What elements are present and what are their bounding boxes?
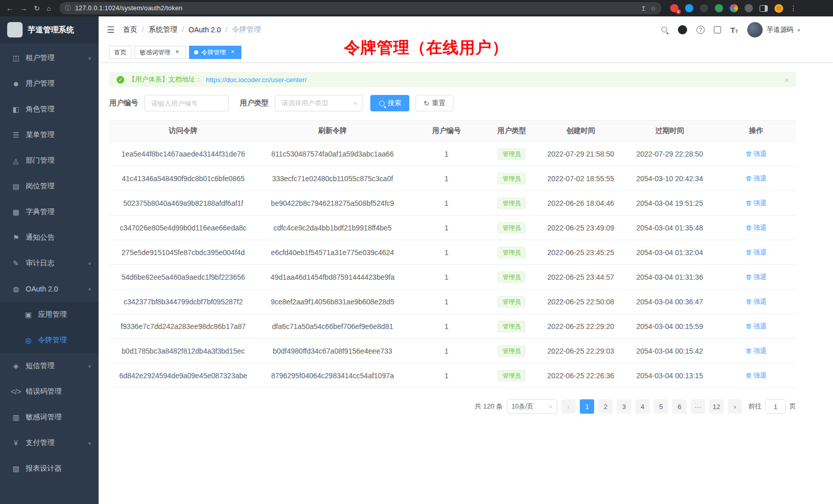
share-icon[interactable]: ↥ xyxy=(640,5,646,12)
extension-icon-green[interactable] xyxy=(715,4,723,12)
force-logout-button[interactable]: 强退 xyxy=(746,223,767,232)
page-size-select[interactable]: 10条/页 ∨ xyxy=(507,399,557,414)
page-button[interactable]: 12 xyxy=(709,399,724,414)
goto-page-input[interactable] xyxy=(765,399,786,414)
user-id-input[interactable] xyxy=(144,95,229,111)
app-logo[interactable]: 芋道管理系统 xyxy=(0,16,99,43)
sidebar-item[interactable]: ◍ OAuth 2.0 ∧ xyxy=(0,276,99,302)
user-menu[interactable]: 芋道源码 ▾ xyxy=(747,22,800,37)
search-button[interactable]: 搜索 xyxy=(370,95,409,111)
sidebar-item[interactable]: ◫ 租户管理 ∨ xyxy=(0,45,99,71)
force-logout-button[interactable]: 强退 xyxy=(746,371,767,380)
home-icon[interactable]: ⌂ xyxy=(47,5,51,12)
delete-icon xyxy=(746,274,752,280)
browser-profile-avatar[interactable]: ☺ xyxy=(774,4,783,13)
help-icon[interactable]: ? xyxy=(696,26,705,34)
sidebar-item[interactable]: ▤ 岗位管理 xyxy=(0,173,99,199)
user-type-cell: 管理员 xyxy=(485,289,538,314)
site-info-icon[interactable]: ⓘ xyxy=(65,4,71,13)
dept-icon: ◬ xyxy=(10,157,22,165)
sidebar-item[interactable]: ✎ 审计日志 ∨ xyxy=(0,250,99,276)
breadcrumb-system[interactable]: 系统管理 xyxy=(148,25,177,34)
prev-page-button[interactable]: ‹ xyxy=(561,399,576,414)
hamburger-icon[interactable]: ☰ xyxy=(107,25,115,35)
tab-close-icon[interactable]: × xyxy=(174,49,181,56)
reset-button[interactable]: ↻ 重置 xyxy=(415,95,453,111)
side-panel-icon[interactable] xyxy=(760,5,768,12)
page-button[interactable]: 2 xyxy=(598,399,613,414)
tab-close-icon[interactable]: × xyxy=(229,49,236,56)
sidebar-item[interactable]: ☻ 用户管理 xyxy=(0,71,99,96)
fullscreen-icon[interactable] xyxy=(714,26,721,33)
user-type-tag: 管理员 xyxy=(498,148,525,160)
page-button[interactable]: 1 xyxy=(580,399,594,414)
delete-icon xyxy=(746,225,752,231)
forward-icon[interactable]: → xyxy=(20,5,27,12)
address-bar[interactable]: ⓘ 127.0.0.1:1024/system/oauth2/token ↥ ☆ xyxy=(60,2,661,14)
access-token-cell: 54d6be82ee5a460a9aedc1f9bf223656 xyxy=(109,265,257,289)
force-logout-button[interactable]: 强退 xyxy=(746,273,767,282)
expire-time-cell: 2022-07-29 22:28:50 xyxy=(623,142,716,166)
tab-bar: 首页 × 敏感词管理 × 令牌管理 × xyxy=(99,43,833,63)
action-cell: 强退 xyxy=(716,240,796,265)
extension-icon-black[interactable] xyxy=(700,4,708,12)
page-button[interactable]: 3 xyxy=(617,399,631,414)
force-logout-button[interactable]: 强退 xyxy=(746,346,767,356)
doc-link[interactable]: https://doc.iocoder.cn/user-center/ xyxy=(206,76,307,84)
tab[interactable]: 敏感词管理 × xyxy=(135,46,186,59)
back-icon[interactable]: ← xyxy=(6,5,13,12)
sidebar-item[interactable]: ◬ 部门管理 xyxy=(0,148,99,173)
created-time-cell: 2022-07-02 18:55:55 xyxy=(539,166,623,191)
page-button[interactable]: 6 xyxy=(672,399,687,414)
role-icon: ◧ xyxy=(10,105,22,113)
user-id-cell: 1 xyxy=(408,216,485,240)
next-page-button[interactable]: › xyxy=(728,399,742,414)
extension-icon-gray[interactable] xyxy=(745,4,753,12)
bookmark-star-icon[interactable]: ☆ xyxy=(650,5,656,12)
action-cell: 强退 xyxy=(716,363,796,388)
search-icon[interactable] xyxy=(661,26,669,34)
user-type-tag: 管理员 xyxy=(498,272,525,283)
sidebar-item[interactable]: ▣ 应用管理 xyxy=(0,302,99,327)
extension-icon-colorful[interactable] xyxy=(730,4,738,12)
tab[interactable]: 令牌管理 × xyxy=(189,46,241,59)
breadcrumb-home[interactable]: 首页 xyxy=(123,25,137,34)
font-size-icon[interactable]: T xyxy=(730,26,738,34)
extension-icon-blue[interactable] xyxy=(685,4,693,12)
sidebar-item[interactable]: ⚑ 通知公告 xyxy=(0,225,99,250)
force-logout-button[interactable]: 强退 xyxy=(746,248,767,257)
github-icon[interactable] xyxy=(678,25,687,34)
refresh-icon[interactable]: ↻ xyxy=(34,5,40,12)
sidebar-item[interactable]: ◎ 令牌管理 xyxy=(0,327,99,353)
force-logout-button[interactable]: 强退 xyxy=(746,322,767,331)
page-button[interactable]: 4 xyxy=(635,399,650,414)
force-logout-button[interactable]: 强退 xyxy=(746,297,767,306)
sidebar-item[interactable]: ▧ 报表设计器 xyxy=(0,456,99,481)
sidebar-item[interactable]: ▥ 敏感词管理 xyxy=(0,404,99,430)
sidebar-item[interactable]: ◧ 角色管理 xyxy=(0,96,99,122)
force-logout-button[interactable]: 强退 xyxy=(746,199,767,208)
extension-icon-red[interactable]: 8 xyxy=(670,4,678,12)
breadcrumb-oauth[interactable]: OAuth 2.0 xyxy=(188,26,221,34)
sidebar-item[interactable]: ¥ 支付管理 ∨ xyxy=(0,430,99,456)
user-type-select[interactable]: 请选择用户类型 ∨ xyxy=(275,95,363,111)
alert-close-icon[interactable]: × xyxy=(784,75,789,84)
force-logout-button[interactable]: 强退 xyxy=(746,174,767,183)
browser-menu-icon[interactable]: ⋮ xyxy=(790,5,797,12)
force-logout-label: 强退 xyxy=(753,371,767,380)
column-header: 刷新令牌 xyxy=(257,121,408,142)
page-button[interactable]: ··· xyxy=(691,399,705,414)
tab[interactable]: 首页 × xyxy=(109,46,131,59)
force-logout-button[interactable]: 强退 xyxy=(746,149,767,159)
user-id-cell: 1 xyxy=(408,240,485,265)
sidebar-item[interactable]: ▦ 字典管理 xyxy=(0,199,99,225)
sms-icon: ◈ xyxy=(10,362,22,370)
post-icon: ▤ xyxy=(10,182,22,190)
sidebar-item-label: 部门管理 xyxy=(26,156,91,165)
sidebar-item[interactable]: </> 错误码管理 xyxy=(0,379,99,404)
tab-active-dot xyxy=(194,50,198,54)
page-button[interactable]: 5 xyxy=(654,399,668,414)
created-time-cell: 2022-07-29 21:58:50 xyxy=(539,142,623,166)
sidebar-item[interactable]: ☰ 菜单管理 xyxy=(0,122,99,148)
sidebar-item[interactable]: ◈ 短信管理 ∨ xyxy=(0,353,99,379)
